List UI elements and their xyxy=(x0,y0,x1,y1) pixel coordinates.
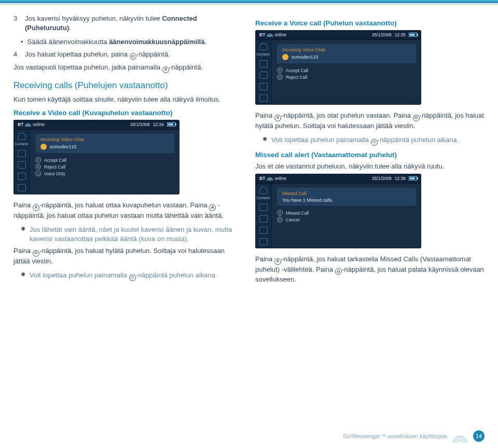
circle-o-icon: O xyxy=(413,115,420,121)
circle-x-icon: X xyxy=(33,204,39,211)
screenshot-actions: XAccept Call OReject Call △Voice Only xyxy=(35,157,174,176)
missed-body: Jos et ole vastannut puheluun, näkyviin … xyxy=(255,162,485,171)
battery-icon xyxy=(409,176,417,180)
battery-icon xyxy=(409,33,417,37)
panel-title: Incoming Video Chat xyxy=(40,137,169,142)
wifi-arc-icon xyxy=(452,429,468,443)
battery-icon xyxy=(167,122,175,127)
list-number: 3 xyxy=(13,14,21,32)
screenshot-missed-call: BT online 25/1/2008 12:36 Contacts xyxy=(255,174,421,248)
wifi-icon xyxy=(267,176,272,180)
reject-instructions: Paina O-näppäintä, jos haluat hylätä puh… xyxy=(13,246,243,265)
receiving-body: Kun toinen käyttäjä soittaa sinulle, näk… xyxy=(13,95,243,104)
circle-o-icon: O xyxy=(335,268,342,275)
numbered-list-4: 4 Jos haluat lopettaa puhelun, paina O-n… xyxy=(13,50,243,60)
accept-instructions: Paina X-näppäintä, jos haluat ottaa kuva… xyxy=(13,201,243,220)
action-row: △Voice Only xyxy=(35,171,174,176)
circle-o-icon: O xyxy=(371,139,378,146)
action-row: XAccept Call xyxy=(35,157,174,163)
side-icon xyxy=(18,184,26,191)
list-text: Jos haluat lopettaa puhelun, paina O-näp… xyxy=(25,50,170,60)
screenshot-sidebar: Contacts xyxy=(13,130,30,194)
circle-x-icon: X xyxy=(274,115,281,121)
page-content: 3 Jos kaverisi hyväksyy puhelun, näkyvii… xyxy=(0,5,498,287)
circle-x-icon: X xyxy=(162,66,169,73)
contacts-icon xyxy=(18,133,26,140)
list-number: 4 xyxy=(13,50,21,60)
screenshot-clock: 25/1/2008 12:34 xyxy=(130,122,175,127)
side-icon xyxy=(18,173,26,180)
heading-missed-call: Missed call alert (Vastaamattomat puhelu… xyxy=(255,151,485,159)
heading-voice-call: Receive a Voice call (Puhelun vastaanott… xyxy=(255,19,485,27)
page-footer: Go!Messenger™-sovelluksen käyttöopas 14 xyxy=(0,429,498,443)
screenshot-topbar: BT online 25/1/2008 12:34 xyxy=(13,120,179,130)
top-gradient-bar xyxy=(0,0,498,3)
bullet-text: Säädä äänenvoimakkuutta äänenvoimakkuusn… xyxy=(27,37,206,47)
page-number: 14 xyxy=(473,430,485,442)
heading-receiving-calls: Receiving calls (Puhelujen vastaanotto) xyxy=(13,80,243,91)
other-hangup-text: Jos vastapuoli lopettaa puhelun, jatka p… xyxy=(13,63,243,73)
numbered-list: 3 Jos kaverisi hyväksyy puhelun, näkyvii… xyxy=(13,14,243,32)
screenshot-main: Incoming Video Chat sumodev115 XAccept C… xyxy=(30,130,179,194)
circle-o-icon: O xyxy=(129,274,136,281)
volume-bullet: Säädä äänenvoimakkuutta äänenvoimakkuusn… xyxy=(13,37,243,47)
key-icon: △ xyxy=(35,171,41,176)
heading-video-call: Receive a Video call (Kuvapuhelun vastaa… xyxy=(13,109,243,117)
voice-end-note: Voit lopettaa puhelun painamalla O-näppä… xyxy=(255,135,485,146)
wifi-icon xyxy=(25,122,31,127)
screenshot-brand-status: BT online xyxy=(18,122,45,127)
missed-panel: Missed Call You have 1 Missed calls. xyxy=(277,188,416,206)
list-text: Jos kaverisi hyväksyy puhelun, näkyviin … xyxy=(25,14,243,32)
circle-o-icon: O xyxy=(33,250,39,257)
contacts-icon xyxy=(259,187,268,194)
screenshot-topbar: BT online 25/1/2008 12:35 xyxy=(255,30,421,40)
key-icon: X xyxy=(35,157,41,163)
side-icon xyxy=(18,150,26,157)
end-call-note: Voit lopettaa puhelun painamalla O-näppä… xyxy=(13,271,243,281)
screenshot-body: Contacts Incoming Video Chat sumodev115 xyxy=(13,130,179,194)
incoming-panel: Incoming Voice Chat sumodev115 xyxy=(277,44,416,63)
screenshot-incoming-video: BT online 25/1/2008 12:34 Contacts xyxy=(13,120,179,194)
circle-a-icon: A xyxy=(209,204,216,211)
missed-instructions: Paina X-näppäintä, jos haluat tarkastell… xyxy=(255,255,485,284)
circle-o-icon: O xyxy=(130,53,136,60)
wifi-icon xyxy=(267,33,272,37)
caller-row: sumodev115 xyxy=(40,144,169,150)
contacts-icon xyxy=(259,43,268,50)
voice-only-note: Jos lähetät vain ääntä, näet ja kuulet k… xyxy=(13,225,243,243)
incoming-panel: Incoming Video Chat sumodev115 xyxy=(35,134,174,153)
action-row: OReject Call xyxy=(35,164,174,170)
side-icon xyxy=(18,161,26,169)
left-column: 3 Jos kaverisi hyväksyy puhelun, näkyvii… xyxy=(13,14,243,287)
screenshot-incoming-voice: BT online 25/1/2008 12:35 Contacts xyxy=(255,30,421,105)
right-column: Receive a Voice call (Puhelun vastaanott… xyxy=(255,14,485,287)
caller-avatar-icon xyxy=(40,144,47,150)
footer-label: Go!Messenger™-sovelluksen käyttöopas xyxy=(343,433,447,439)
list-item-3: 3 Jos kaverisi hyväksyy puhelun, näkyvii… xyxy=(13,14,243,32)
list-item-4: 4 Jos haluat lopettaa puhelun, paina O-n… xyxy=(13,50,243,60)
after-screenshot-text: Paina X-näppäintä, jos haluat ottaa kuva… xyxy=(13,201,243,281)
circle-x-icon: X xyxy=(274,258,281,265)
key-icon: O xyxy=(35,164,41,170)
caller-avatar-icon xyxy=(282,54,288,60)
voice-accept-text: Paina X-näppäintä, jos otat puhelun vast… xyxy=(255,111,485,130)
